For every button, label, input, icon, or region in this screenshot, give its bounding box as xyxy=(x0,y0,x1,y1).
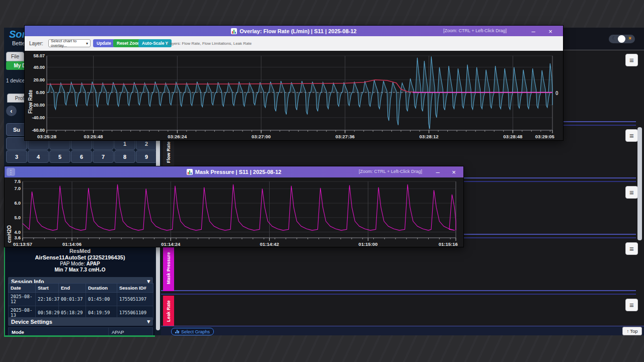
chart-icon xyxy=(231,28,237,34)
graph-menu-button[interactable]: ≡ xyxy=(625,186,638,199)
calendar-day-cell[interactable]: 6 xyxy=(71,150,92,163)
app-tagline: Bette xyxy=(12,40,25,46)
up-arrow-icon: ↑ xyxy=(626,328,629,334)
device-info-panel: ResMed AirSense11AutoSet (23252196435) P… xyxy=(4,245,155,337)
session-cell: 2025-08-12 xyxy=(9,293,36,306)
graph-menu-button[interactable]: ≡ xyxy=(625,54,638,66)
device-settings-header[interactable]: Device Settings ▾ xyxy=(8,317,153,326)
collapse-sidebar-button[interactable]: ‹ xyxy=(6,106,17,116)
flow-window-titlebar[interactable]: Overlay: Flow Rate (L/min) | S11 | 2025-… xyxy=(25,26,563,37)
session-cell: 1755051397 xyxy=(117,293,153,306)
desktop-backdrop: Son Bette File My Dash 1 device | v Prof… xyxy=(0,0,644,362)
flow-overlay-window: Overlay: Flow Rate (L/min) | S11 | 2025-… xyxy=(24,25,564,141)
mask-pressure-window: ⋮ Mask Pressure | S11 | 2025-08-12 [Zoom… xyxy=(4,166,464,247)
calendar-day-cell[interactable]: 8 xyxy=(114,150,135,163)
device-setting-row: Mode APAP xyxy=(8,327,153,336)
graph-tab-leak-rate[interactable]: Leak Rate xyxy=(163,296,174,327)
pap-mode-value: APAP xyxy=(87,261,100,266)
calendar-day-cell[interactable]: 9 xyxy=(136,150,157,163)
select-graphs-icon xyxy=(175,330,179,333)
close-icon[interactable]: × xyxy=(545,26,556,37)
close-icon[interactable]: × xyxy=(448,166,459,177)
y-tick-label: 7.0 xyxy=(5,186,21,191)
calendar-day-cell[interactable]: 4 xyxy=(28,150,49,163)
back-icon: ‹ xyxy=(10,107,12,115)
file-menu-tab[interactable]: File xyxy=(6,52,24,61)
x-tick-label: 01:15:00 xyxy=(359,241,378,247)
update-button[interactable]: Update xyxy=(93,39,115,47)
x-tick-label: 01:14:06 xyxy=(62,241,82,247)
session-info-table: DateStartEndDurationSession ID#2025-08-1… xyxy=(8,283,153,320)
select-graphs-label: Select Graphs xyxy=(181,329,210,334)
table-header-cell: Duration xyxy=(86,284,117,293)
x-tick-label: 03:28:48 xyxy=(503,134,522,139)
x-tick-label: 03:25:48 xyxy=(84,134,103,139)
x-tick-label: 03:28:12 xyxy=(420,134,439,139)
auto-scale-y-button[interactable]: Auto-Scale Y xyxy=(138,39,172,47)
row-separator xyxy=(161,290,636,291)
table-header-row: DateStartEndDurationSession ID# xyxy=(9,284,153,293)
y-tick-label: 7.5 xyxy=(5,179,21,184)
x-tick-label: 03:27:36 xyxy=(336,134,355,139)
row-separator xyxy=(161,294,636,295)
minimize-icon[interactable]: – xyxy=(528,26,539,37)
device-brand: ResMed xyxy=(5,248,155,254)
x-tick-label: 01:14:42 xyxy=(260,241,279,247)
chevron-down-icon: ▾ xyxy=(86,41,88,46)
pap-mode-label: PAP Mode: xyxy=(60,261,85,266)
session-cell: 22:16:37 xyxy=(36,293,59,306)
chart-icon xyxy=(187,169,193,175)
x-tick-label: 01:15:16 xyxy=(439,241,458,247)
calendar-day-cell[interactable]: 5 xyxy=(49,150,70,163)
overlay-chart-select[interactable]: Select chart to overlay... ▾ xyxy=(48,39,91,47)
y-tick-label: 20.00 xyxy=(25,77,45,82)
select-graphs-button[interactable]: Select Graphs xyxy=(171,328,214,335)
graph-menu-button[interactable]: ≡ xyxy=(625,242,638,255)
sun-icon: ☀ xyxy=(627,35,632,42)
hamburger-icon: ≡ xyxy=(629,244,634,253)
y-tick-label: 6.0 xyxy=(5,201,21,206)
session-row[interactable]: 2025-08-1222:16:3700:01:3701:45:00175505… xyxy=(9,293,153,306)
flow-window-toolbar: Layer: Select chart to overlay... ▾ Upda… xyxy=(25,36,563,51)
graph-tab-mask-pressure[interactable]: Mask Pressure xyxy=(163,245,174,291)
table-header-cell: Date xyxy=(9,284,36,293)
x-tick-label: 01:13:57 xyxy=(13,241,32,247)
x-tick-label: 01:14:24 xyxy=(161,241,180,247)
calendar-day-cell[interactable]: 3 xyxy=(6,150,27,163)
x-tick-label: 03:27:00 xyxy=(252,134,271,139)
graph-menu-button[interactable]: ≡ xyxy=(625,129,638,142)
toggle-knob xyxy=(618,35,625,43)
table-header-cell: Session ID# xyxy=(117,284,153,293)
table-header-cell: Start xyxy=(36,284,59,293)
y-tick-label: -60.00 xyxy=(25,128,45,133)
flow-rate-plot[interactable]: Flow Rate 0 58.0740.0020.000.00-20.00-40… xyxy=(25,51,563,140)
mask-pressure-plot[interactable]: cmH2O 7.57.06.05.04.03.601:13:5701:14:06… xyxy=(5,177,463,247)
hamburger-icon: ≡ xyxy=(629,131,634,140)
hamburger-icon: ≡ xyxy=(629,188,634,197)
y-tick-label: 4.0 xyxy=(5,230,21,235)
y-tick-label: 3.6 xyxy=(5,235,21,240)
moon-icon: ☾ xyxy=(612,35,617,42)
x-tick-label: 03:29:05 xyxy=(535,134,554,139)
y-tick-label: -20.00 xyxy=(25,103,45,108)
mask-window-titlebar[interactable]: ⋮ Mask Pressure | S11 | 2025-08-12 [Zoom… xyxy=(5,166,463,177)
graph-menu-button[interactable]: ≡ xyxy=(625,299,638,311)
y-tick-label: -40.00 xyxy=(25,115,45,120)
minimize-icon[interactable]: – xyxy=(432,166,443,177)
main-scrollbar[interactable] xyxy=(637,127,642,240)
hamburger-icon: ≡ xyxy=(629,301,634,309)
y-tick-label: 5.0 xyxy=(5,215,21,220)
scroll-to-top-button[interactable]: ↑ Top xyxy=(622,327,642,335)
select-value: Select chart to overlay... xyxy=(51,39,86,48)
pressure-range: Min 7 Max 7.3 cmH₂O xyxy=(5,267,155,273)
calendar-day-cell[interactable]: 7 xyxy=(93,150,114,163)
y-tick-label: 0.00 xyxy=(25,90,45,95)
y-tick-label: 58.07 xyxy=(25,53,45,58)
theme-toggle[interactable]: ☾ ☀ xyxy=(609,35,635,43)
x-tick-label: 03:25:28 xyxy=(37,134,56,139)
zoom-hint: [Zoom: CTRL + Left-Click Drag] xyxy=(359,169,422,174)
session-cell: 01:45:00 xyxy=(86,293,117,306)
table-header-cell: End xyxy=(59,284,86,293)
graph-tab-flow-rate[interactable]: Flow Rate xyxy=(163,137,174,168)
layer-label: Layer: xyxy=(29,41,43,46)
